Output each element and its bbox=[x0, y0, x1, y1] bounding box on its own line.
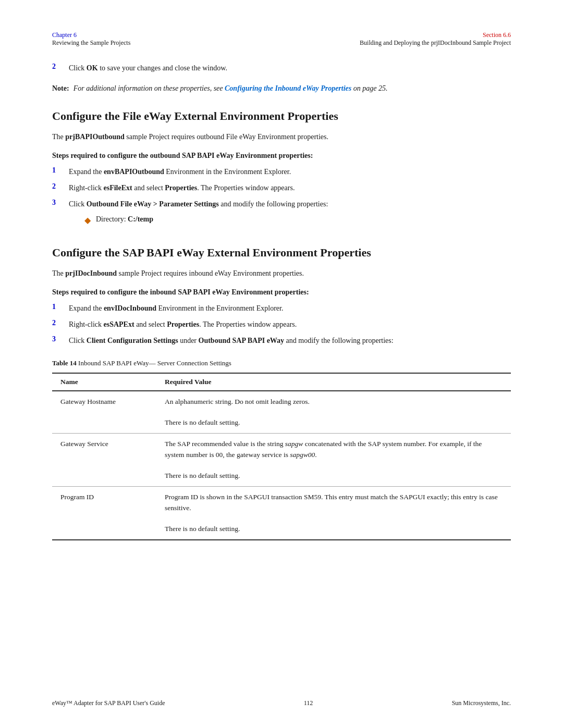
s2-step1-num: 1 bbox=[52, 303, 63, 314]
footer-center: 112 bbox=[304, 699, 313, 707]
s1-step1-num: 1 bbox=[52, 166, 63, 177]
s2-step2-text: Right-click esSAPExt and select Properti… bbox=[69, 319, 511, 330]
page-header: Chapter 6 Reviewing the Sample Projects … bbox=[52, 31, 511, 47]
table-cell-value: The SAP recommended value is the string … bbox=[156, 434, 511, 487]
section-sub: Building and Deploying the prjIDocInboun… bbox=[360, 39, 511, 47]
note-text: For additional information on these prop… bbox=[74, 83, 388, 94]
section-label: Section 6.6 bbox=[483, 31, 511, 39]
section2-step2: 2 Right-click esSAPExt and select Proper… bbox=[52, 319, 511, 330]
table-cell-value: An alphanumeric string. Do not omit lead… bbox=[156, 391, 511, 434]
s1-step2-num: 2 bbox=[52, 182, 63, 193]
chapter-sub: Reviewing the Sample Projects bbox=[52, 39, 130, 47]
section2-step1: 1 Expand the envIDocInbound Environment … bbox=[52, 303, 511, 314]
page: Chapter 6 Reviewing the Sample Projects … bbox=[0, 0, 563, 728]
section2-steps-heading: Steps required to configure the inbound … bbox=[52, 287, 511, 298]
step-ok-text: Click OK to save your changes and close … bbox=[69, 63, 511, 73]
header-left: Chapter 6 Reviewing the Sample Projects bbox=[52, 31, 130, 47]
section2-step3: 3 Click Client Configuration Settings un… bbox=[52, 335, 511, 346]
s1-step2-text: Right-click esFileExt and select Propert… bbox=[69, 182, 511, 193]
table-container: Table 14 Inbound SAP BAPI eWay— Server C… bbox=[52, 359, 511, 540]
s1-bullet-text: Directory: C:/temp bbox=[96, 214, 153, 227]
table-cell-name: Gateway Service bbox=[52, 434, 156, 487]
s2-step2-num: 2 bbox=[52, 319, 63, 330]
table-caption: Table 14 Inbound SAP BAPI eWay— Server C… bbox=[52, 359, 511, 368]
footer-left: eWay™ Adapter for SAP BAPI User's Guide bbox=[52, 699, 165, 707]
table-row: Gateway ServiceThe SAP recommended value… bbox=[52, 434, 511, 487]
note-block: Note: For additional information on thes… bbox=[52, 83, 511, 94]
s2-step1-text: Expand the envIDocInbound Environment in… bbox=[69, 303, 511, 314]
step-ok-num: 2 bbox=[52, 63, 63, 73]
main-content: 2 Click OK to save your changes and clos… bbox=[52, 63, 511, 540]
table-cell-name: Gateway Hostname bbox=[52, 391, 156, 434]
s2-step3-num: 3 bbox=[52, 335, 63, 346]
footer-right: Sun Microsystems, Inc. bbox=[452, 699, 511, 707]
s1-step1-text: Expand the envBAPIOutbound Environment i… bbox=[69, 166, 511, 177]
table-caption-bold: Table 14 bbox=[52, 359, 77, 367]
section1-steps-heading: Steps required to configure the outbound… bbox=[52, 150, 511, 161]
note-link[interactable]: Configuring the Inbound eWay Properties bbox=[225, 84, 351, 92]
table-row: Program IDProgram ID is shown in the SAP… bbox=[52, 487, 511, 540]
col-name-header: Name bbox=[52, 373, 156, 391]
section1-step3: 3 Click Outbound File eWay > Parameter S… bbox=[52, 199, 511, 231]
col-value-header: Required Value bbox=[156, 373, 511, 391]
bullet-icon: ◆ bbox=[84, 214, 91, 227]
page-footer: eWay™ Adapter for SAP BAPI User's Guide … bbox=[52, 699, 511, 707]
note-label: Note: bbox=[52, 83, 69, 94]
s1-step3-text: Click Outbound File eWay > Parameter Set… bbox=[69, 199, 511, 231]
section2-para: The prjIDocInbound sample Project requir… bbox=[52, 268, 511, 279]
section1-heading: Configure the File eWay External Environ… bbox=[52, 109, 511, 124]
header-right: Section 6.6 Building and Deploying the p… bbox=[360, 31, 511, 47]
section1-para: The prjBAPIOutbound sample Project requi… bbox=[52, 131, 511, 143]
table-row: Gateway HostnameAn alphanumeric string. … bbox=[52, 391, 511, 434]
table-cell-name: Program ID bbox=[52, 487, 156, 540]
s1-bullet: ◆ Directory: C:/temp bbox=[84, 214, 511, 227]
section2-heading: Configure the SAP BAPI eWay External Env… bbox=[52, 245, 511, 261]
table-header-row: Name Required Value bbox=[52, 373, 511, 391]
section1-step2: 2 Right-click esFileExt and select Prope… bbox=[52, 182, 511, 193]
table-caption-rest: Inbound SAP BAPI eWay— Server Connection… bbox=[78, 359, 231, 367]
section1-step1: 1 Expand the envBAPIOutbound Environment… bbox=[52, 166, 511, 177]
s2-step3-text: Click Client Configuration Settings unde… bbox=[69, 335, 511, 346]
chapter-label: Chapter 6 bbox=[52, 31, 130, 39]
table-cell-value: Program ID is shown in the SAPGUI transa… bbox=[156, 487, 511, 540]
s1-step3-num: 3 bbox=[52, 199, 63, 231]
step-ok: 2 Click OK to save your changes and clos… bbox=[52, 63, 511, 73]
server-settings-table: Name Required Value Gateway HostnameAn a… bbox=[52, 373, 511, 541]
